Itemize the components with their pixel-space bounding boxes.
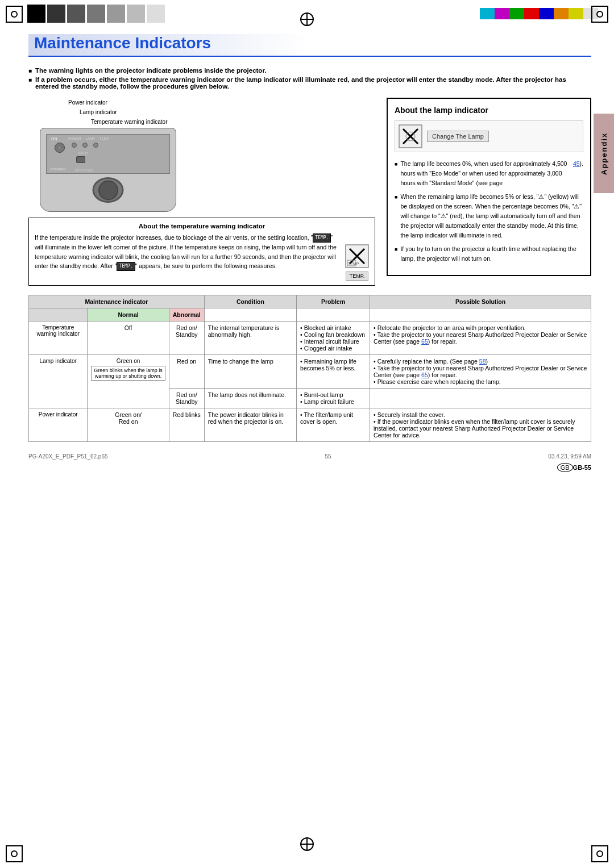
cell-power-problems: • The filter/lamp unit cover is open.: [297, 408, 370, 442]
input-btn: [76, 156, 85, 163]
page-content: Maintenance Indicators The warning light…: [28, 34, 591, 471]
th-empty: [29, 308, 88, 322]
table-row-lamp-1: Lamp indicator Green on Green blinks whe…: [29, 355, 591, 389]
cell-lamp-condition-2: The lamp does not illuminate.: [204, 389, 296, 408]
th-empty4: [370, 308, 591, 322]
change-lamp-button: Change The Lamp: [427, 131, 489, 142]
cell-lamp-problems-2: • Burnt-out lamp • Lamp circuit failure: [297, 389, 370, 408]
temp-warning-icon: TEMP.: [345, 244, 369, 268]
lamp-bullet-3: If you try to turn on the projector a fo…: [395, 244, 583, 264]
table-row-power: Power indicator Green on/Red on Red blin…: [29, 408, 591, 442]
diagram-labels: Power indicator Lamp indicator Temperatu…: [68, 98, 375, 127]
projector-panel: ON I POWER LAMP TEMP: [46, 134, 170, 174]
lamp-box-title: About the lamp indicator: [395, 106, 583, 115]
panel-labels: POWER LAMP TEMP: [68, 137, 109, 140]
th-condition: Condition: [204, 295, 296, 308]
cell-power-abnormal: Red blinks: [169, 408, 204, 442]
temp-light: [93, 143, 98, 148]
th-solution: Possible Solution: [370, 295, 591, 308]
page-ref-65-2: 65: [421, 372, 428, 378]
top-crosshair: [300, 12, 314, 26]
appendix-sidebar: Appendix: [594, 114, 614, 193]
temperature-warning-box: About the temperature warning indicator …: [28, 218, 375, 286]
lamp-light: [82, 143, 88, 148]
temp-content-area: If the temperature inside the projector …: [35, 233, 369, 281]
page-number: GBGB-55: [557, 463, 591, 472]
cell-lamp-indicator: Lamp indicator: [29, 355, 88, 408]
page-number-area: GBGB-55: [28, 464, 591, 471]
temp-text: If the temperature inside the projector …: [35, 233, 341, 271]
lamp-bullets: The lamp life becomes 0%, when used for …: [395, 159, 583, 264]
power-indicator-label: Power indicator: [68, 98, 375, 107]
cell-power-solutions: • Securely install the cover. • If the p…: [370, 408, 591, 442]
temp-icon-area: TEMP. TEMP.: [345, 244, 369, 281]
page-ref-58: 58: [479, 358, 486, 365]
temp-tag: TEMP.: [313, 233, 331, 243]
lens-inner: [98, 180, 118, 200]
ink-bars: [27, 5, 165, 23]
input-label: INPUT: [78, 152, 88, 155]
temp-tag2: TEMP.: [117, 262, 135, 271]
cell-temp-abnormal: Red on/Standby: [169, 322, 204, 355]
cell-lamp-solutions-2: [370, 389, 591, 408]
projector-lens: [93, 177, 124, 203]
bottom-crosshair: [300, 837, 314, 851]
th-empty2: [204, 308, 296, 322]
page-footer: PG-A20X_E_PDF_P51_62.p65 55 03.4.23, 9:5…: [28, 453, 591, 460]
page-ref-65-1: 65: [421, 338, 428, 345]
cell-lamp-abnormal-1: Red on: [169, 355, 204, 389]
footer-timestamp: 03.4.23, 9:59 AM: [548, 453, 591, 460]
th-empty3: [297, 308, 370, 322]
svg-text:TEMP.: TEMP.: [348, 262, 360, 266]
lamp-bullet-1: The lamp life becomes 0%, when used for …: [395, 159, 583, 187]
cell-lamp-abnormal-2: Red on/Standby: [169, 389, 204, 408]
indicator-lights: [72, 143, 98, 148]
right-column: About the lamp indicator Change The Lamp: [387, 98, 591, 286]
cell-temp-normal: Off: [88, 322, 169, 355]
footer-page-num: 55: [325, 453, 331, 460]
th-problem: Problem: [297, 295, 370, 308]
footer-file: PG-A20X_E_PDF_P51_62.p65: [28, 453, 108, 460]
lamp-indicator-label: Lamp indicator: [80, 107, 375, 117]
lamp-bullet-2: When the remaining lamp life becomes 5% …: [395, 192, 583, 240]
cell-temp-condition: The internal temperature is abnormally h…: [204, 322, 296, 355]
cell-temp-solutions: • Relocate the projector to an area with…: [370, 322, 591, 355]
intro-bullet-1: The warning lights on the projector indi…: [28, 67, 591, 74]
power-btn: I: [55, 143, 65, 153]
intro-bullet-2: If a problem occurs, either the temperat…: [28, 76, 591, 90]
cell-power-condition: The power indicator blinks in red when t…: [204, 408, 296, 442]
projector-diagram-area: ON I POWER LAMP TEMP: [28, 128, 375, 212]
table-row-temp: Temperature warning indicator Off Red on…: [29, 322, 591, 355]
th-normal: Normal: [88, 308, 169, 322]
temp-box-title: About the temperature warning indicator: [35, 223, 369, 229]
reg-mark-tl: [6, 6, 23, 23]
th-maintenance-indicator: Maintenance indicator: [29, 295, 205, 308]
keystone-label: KEYSTONE: [75, 169, 94, 172]
on-label: ON: [51, 137, 57, 141]
lamp-warning-icon: [399, 124, 422, 148]
table-section: Maintenance indicator Condition Problem …: [28, 295, 591, 442]
lamp-indicator-display: Change The Lamp: [395, 120, 583, 152]
cell-lamp-solutions-1: • Carefully replace the lamp. (See page …: [370, 355, 591, 389]
table-sub-header-row: Normal Abnormal: [29, 308, 591, 322]
maintenance-table: Maintenance indicator Condition Problem …: [28, 295, 591, 442]
lamp-indicator-box: About the lamp indicator Change The Lamp: [387, 98, 591, 276]
color-test-bar: [480, 8, 598, 19]
temp-label: TEMP.: [346, 272, 368, 281]
main-columns: Power indicator Lamp indicator Temperatu…: [28, 98, 591, 286]
intro-bullets: The warning lights on the projector indi…: [28, 67, 591, 90]
reg-mark-br: [591, 845, 608, 862]
cell-temp-problems: • Blocked air intake • Cooling fan break…: [297, 322, 370, 355]
page-ref-45: 45: [573, 159, 580, 169]
cell-power-indicator: Power indicator: [29, 408, 88, 442]
temp-indicator-label: Temperature warning indicator: [91, 117, 375, 127]
cell-power-normal: Green on/Red on: [88, 408, 169, 442]
cell-lamp-condition-1: Time to change the lamp: [204, 355, 296, 389]
th-abnormal: Abnormal: [169, 308, 204, 322]
reg-mark-tr: [591, 6, 608, 23]
table-header-row: Maintenance indicator Condition Problem …: [29, 295, 591, 308]
projector-body: ON I POWER LAMP TEMP: [40, 128, 176, 212]
cell-lamp-problems-1: • Remaining lamp life becomes 5% or less…: [297, 355, 370, 389]
page-title: Maintenance Indicators: [28, 34, 591, 57]
left-column: Power indicator Lamp indicator Temperatu…: [28, 98, 375, 286]
